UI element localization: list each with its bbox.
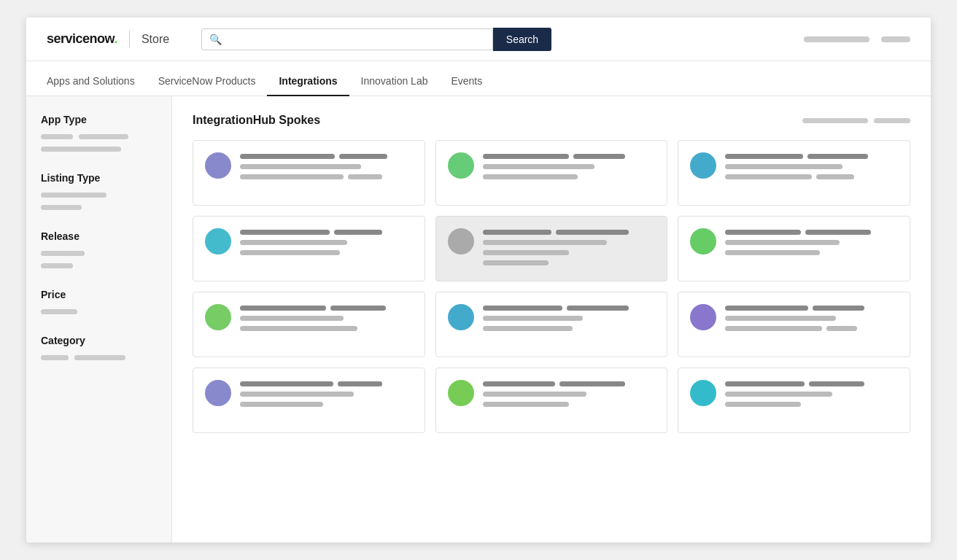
card-avatar-2 xyxy=(690,152,716,179)
page-wrapper: servicenow. Store 🔍 Search Apps and Solu… xyxy=(0,0,957,560)
card-bar xyxy=(556,230,628,235)
card-bar xyxy=(483,240,607,245)
sidebar-section-price: Price xyxy=(41,289,157,314)
card-avatar-7 xyxy=(448,304,474,330)
sidebar-title-release: Release xyxy=(41,230,157,242)
nav-item-innovation[interactable]: Innovation Lab xyxy=(349,75,440,96)
logo-dot: . xyxy=(114,31,117,46)
sidebar-bar xyxy=(41,263,73,268)
logo-store: Store xyxy=(142,33,169,46)
card-bar xyxy=(725,154,802,159)
header: servicenow. Store 🔍 Search xyxy=(26,18,931,61)
search-area: 🔍 Search xyxy=(201,28,551,51)
nav-item-products[interactable]: ServiceNow Products xyxy=(147,75,268,96)
card-avatar-1 xyxy=(448,152,474,179)
card-bar xyxy=(240,402,323,407)
header-right xyxy=(804,36,910,42)
card-bar xyxy=(483,250,569,255)
card-bar xyxy=(725,392,832,397)
nav-item-integrations[interactable]: Integrations xyxy=(267,75,349,96)
card-bar-row xyxy=(240,154,413,159)
card-content-9 xyxy=(240,380,413,407)
card-bar xyxy=(240,154,335,159)
card-bar xyxy=(483,392,586,397)
card-bar xyxy=(240,164,361,169)
sidebar-bar xyxy=(41,147,121,152)
card-bar xyxy=(348,174,382,179)
sidebar-bar-row xyxy=(41,134,157,139)
card-item-1[interactable] xyxy=(435,140,668,206)
card-bar xyxy=(483,164,595,169)
card-bar xyxy=(725,240,839,245)
card-bar xyxy=(483,381,555,386)
sidebar-section-app-type: App Type xyxy=(41,114,157,152)
search-input[interactable] xyxy=(226,34,485,45)
sidebar-title-app-type: App Type xyxy=(41,114,157,125)
card-avatar-9 xyxy=(205,380,231,406)
sidebar-bar xyxy=(41,205,82,210)
card-item-2[interactable] xyxy=(678,140,910,206)
card-avatar-10 xyxy=(448,380,474,406)
card-bar-row xyxy=(483,154,656,159)
section-header-bars xyxy=(802,118,910,123)
search-input-wrapper[interactable]: 🔍 xyxy=(201,28,493,50)
search-icon: 🔍 xyxy=(209,34,222,45)
card-bar xyxy=(483,174,578,179)
content-area: App Type Listing Type Release xyxy=(26,96,931,542)
sidebar-title-category: Category xyxy=(41,335,157,346)
sidebar-section-listing-type: Listing Type xyxy=(41,172,157,210)
sidebar-section-release: Release xyxy=(41,230,157,268)
card-item-6[interactable] xyxy=(193,292,425,357)
card-bar xyxy=(483,326,573,331)
sidebar-title-listing-type: Listing Type xyxy=(41,172,157,184)
card-item-8[interactable] xyxy=(678,292,910,357)
card-content-5 xyxy=(725,228,898,255)
card-bar xyxy=(240,250,340,255)
browser-frame: servicenow. Store 🔍 Search Apps and Solu… xyxy=(26,18,931,542)
card-bar-row xyxy=(240,306,413,311)
logo-text: servicenow. xyxy=(47,31,117,47)
header-bar-1 xyxy=(804,36,869,42)
nav-item-events[interactable]: Events xyxy=(439,75,494,96)
nav-item-apps[interactable]: Apps and Solutions xyxy=(47,75,147,96)
card-item-5[interactable] xyxy=(678,216,910,281)
card-bar xyxy=(240,392,354,397)
card-item-3[interactable] xyxy=(193,216,425,281)
card-bar xyxy=(826,326,858,331)
sidebar-section-category: Category xyxy=(41,335,157,360)
card-avatar-3 xyxy=(205,228,231,254)
card-item-11[interactable] xyxy=(678,368,910,433)
card-bar-row xyxy=(240,381,413,386)
card-bar xyxy=(240,240,347,245)
card-avatar-5 xyxy=(690,228,716,254)
card-bar-row xyxy=(483,306,656,311)
sidebar-bar xyxy=(41,309,77,314)
card-bar xyxy=(240,381,333,386)
card-bar-row xyxy=(483,381,656,386)
card-item-4[interactable] xyxy=(435,216,668,281)
sidebar: App Type Listing Type Release xyxy=(26,96,172,542)
card-content-0 xyxy=(240,152,413,179)
card-item-0[interactable] xyxy=(193,140,425,206)
card-bar xyxy=(725,316,835,321)
card-avatar-4 xyxy=(448,228,474,254)
card-content-6 xyxy=(240,304,413,331)
card-item-7[interactable] xyxy=(435,292,668,357)
card-bar xyxy=(483,306,562,311)
card-content-7 xyxy=(483,304,656,331)
card-bar xyxy=(334,230,382,235)
section-header: IntegrationHub Spokes xyxy=(193,114,910,127)
card-bar xyxy=(338,381,383,386)
cards-grid xyxy=(193,140,910,433)
search-button[interactable]: Search xyxy=(493,28,551,51)
card-bar xyxy=(483,402,569,407)
card-item-10[interactable] xyxy=(435,368,668,433)
card-bar xyxy=(483,316,583,321)
card-bar xyxy=(725,174,811,179)
card-item-9[interactable] xyxy=(193,368,425,433)
card-bar-row xyxy=(725,326,898,331)
card-content-8 xyxy=(725,304,898,331)
card-avatar-0 xyxy=(205,152,231,179)
sidebar-bar xyxy=(74,355,125,360)
logo-divider xyxy=(129,31,130,48)
